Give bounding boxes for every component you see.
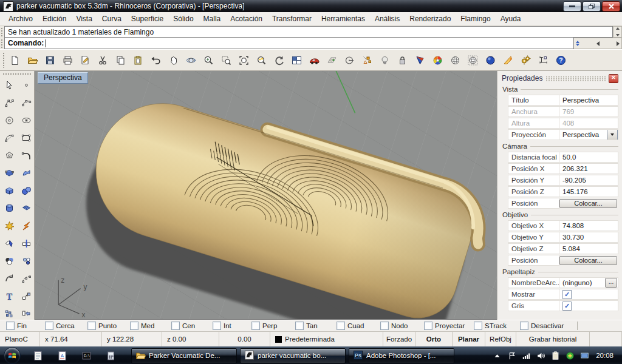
checkbox-mostrar[interactable] [562, 290, 572, 299]
lock-button[interactable] [394, 52, 411, 69]
menu-item-superficie[interactable]: Superficie [126, 13, 168, 25]
menu-item-curva[interactable]: Curva [97, 13, 126, 25]
status-planoc[interactable]: PlanoC [0, 332, 40, 346]
box-button[interactable] [1, 183, 18, 200]
osnap-checkbox-med[interactable] [130, 322, 138, 330]
property-value[interactable]: -90.205 [559, 175, 618, 186]
title-bar[interactable]: parker vacumatic box 5.3dm - Rhinoceros … [0, 0, 622, 12]
circle-center-button[interactable] [1, 112, 18, 129]
osnap-cuad[interactable]: Cuad [337, 322, 380, 330]
sphere-mesh-button[interactable] [464, 52, 482, 69]
volume-icon[interactable] [536, 351, 545, 360]
copy-button[interactable] [112, 52, 129, 69]
property-value[interactable]: 145.176 [559, 186, 618, 197]
osnap-cerca[interactable]: Cerca [45, 322, 87, 330]
command-prompt-grip[interactable] [1, 39, 4, 48]
render-button[interactable] [482, 52, 499, 69]
property-value[interactable]: Perspectiva [559, 95, 618, 106]
zoom-in-button[interactable] [200, 52, 217, 69]
osnap-checkbox-fin[interactable] [6, 322, 15, 330]
display-icon[interactable] [580, 351, 589, 360]
menu-item-vista[interactable]: Vista [71, 13, 97, 25]
status-predeterminada[interactable]: Predeterminada [270, 332, 383, 346]
mesh-surface-button[interactable] [18, 200, 35, 217]
osnap-checkbox-cerca[interactable] [45, 322, 53, 330]
calculator-icon[interactable] [104, 349, 117, 362]
menu-item-acotacion[interactable]: Acotación [225, 13, 267, 25]
property-value[interactable]: (ninguno)... [559, 277, 618, 288]
fillet-star-button[interactable] [1, 218, 18, 235]
osnap-checkbox-desactivar[interactable] [520, 322, 528, 330]
osnap-checkbox-cen[interactable] [171, 322, 180, 330]
zoom-window-button[interactable] [217, 52, 235, 69]
command-input[interactable]: Comando: [4, 38, 574, 49]
cplane-button[interactable] [323, 52, 341, 69]
property-value[interactable]: 206.321 [559, 163, 618, 174]
colocar-button[interactable]: Colocar... [559, 199, 617, 208]
viewport-layout-button[interactable] [288, 52, 306, 69]
control-point-curve-button[interactable] [1, 95, 18, 112]
arc-button[interactable] [1, 130, 18, 147]
side-toolbar-grip[interactable] [2, 73, 32, 76]
osnap-cen[interactable]: Cen [171, 322, 213, 330]
new-file-button[interactable] [6, 52, 24, 69]
osnap-checkbox-proyectar[interactable] [424, 322, 432, 330]
move-car-button[interactable] [306, 52, 323, 69]
join-button[interactable] [1, 253, 18, 270]
edit-points-button[interactable] [18, 271, 35, 288]
polygon-button[interactable] [1, 147, 18, 164]
save-button[interactable] [41, 52, 59, 69]
command-history-grip[interactable] [1, 27, 4, 36]
select-button[interactable] [1, 77, 18, 94]
osnap-checkbox-strack[interactable] [474, 322, 482, 330]
osnap-tan[interactable]: Tan [295, 322, 337, 330]
lamp-button[interactable] [376, 52, 394, 69]
close-button[interactable] [602, 1, 620, 12]
split-button[interactable] [18, 235, 35, 252]
status-planar[interactable]: Planar [453, 332, 485, 346]
minimize-button[interactable] [563, 1, 581, 12]
ellipse-button[interactable] [18, 112, 35, 129]
rotate-view-button[interactable] [182, 52, 200, 69]
interpolated-curve-button[interactable] [18, 95, 35, 112]
restore-button[interactable] [583, 1, 601, 12]
text-button[interactable]: T [1, 288, 18, 305]
properties-panel-grip[interactable] [545, 76, 606, 81]
property-value[interactable]: 74.808 [559, 220, 618, 231]
sign-document-button[interactable] [77, 52, 94, 69]
perspective-viewport[interactable]: Perspectiva [35, 71, 497, 320]
taskbar-clock[interactable]: 20:08 [595, 352, 617, 359]
color-wheel-button[interactable] [429, 52, 446, 69]
menu-item-solido[interactable]: Sólido [168, 13, 198, 25]
properties-close-icon[interactable]: ✕ [609, 74, 618, 83]
osnap-strack[interactable]: STrack [474, 322, 520, 330]
osnap-checkbox-cuad[interactable] [337, 322, 345, 330]
osnap-int[interactable]: Int [213, 322, 251, 330]
wordpad-icon[interactable]: A [56, 349, 68, 362]
command-prompt-icon[interactable]: C:\ [80, 349, 92, 362]
property-value[interactable]: Colocar... [559, 255, 618, 266]
scroll-down-icon[interactable] [616, 34, 620, 36]
status-grabar-historial[interactable]: Grabar historial [516, 332, 590, 346]
osnap-checkbox-punto[interactable] [87, 322, 96, 330]
osnap-desactivar[interactable]: Desactivar [520, 322, 572, 330]
next-command-icon[interactable] [617, 41, 620, 46]
menu-item-flamingo[interactable]: Flamingo [456, 13, 495, 25]
osnap-checkbox-perp[interactable] [251, 322, 260, 330]
browse-button[interactable]: ... [605, 278, 617, 288]
osnap-proyectar[interactable]: Proyectar [424, 322, 474, 330]
scroll-up-icon[interactable] [616, 27, 620, 30]
viewport-tab[interactable]: Perspectiva [38, 72, 88, 84]
command-history-scrollbar[interactable] [613, 26, 622, 38]
menu-item-archivo[interactable]: Archivo [4, 13, 38, 25]
zoom-extents-button[interactable] [235, 52, 253, 69]
start-button[interactable] [4, 347, 21, 364]
osnap-fin[interactable]: Fin [6, 322, 45, 330]
flamingo-render-button[interactable] [499, 52, 517, 69]
dimension-style-button[interactable] [535, 52, 552, 69]
toolbar-grip[interactable] [2, 52, 5, 68]
osnap-perp[interactable]: Perp [251, 322, 295, 330]
dropdown-button[interactable] [607, 129, 618, 140]
move-button[interactable] [18, 288, 35, 305]
zoom-target-button[interactable] [253, 52, 270, 69]
